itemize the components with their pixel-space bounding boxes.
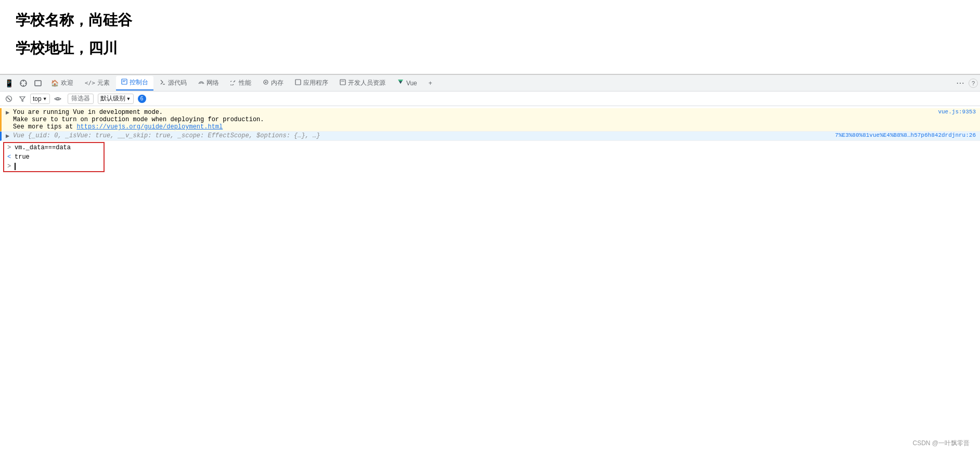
svg-line-19 (7, 97, 10, 100)
tab-network[interactable]: 网络 (193, 76, 224, 90)
vue-object-arrow-icon[interactable]: ▶ (6, 132, 11, 140)
home-icon: 🏠 (51, 80, 59, 87)
console-vue-object-line: ▶ Vue {_uid: 0, _isVue: true, __v_skip: … (0, 132, 980, 141)
devresources-icon (340, 79, 346, 87)
help-icon[interactable]: ? (969, 79, 978, 88)
tab-welcome[interactable]: 🏠 欢迎 (46, 76, 79, 90)
warning-source-link[interactable]: vue.js:9353 (938, 109, 976, 115)
tab-elements[interactable]: </> 元素 (80, 76, 115, 90)
devtools-panel: 📱 🏠 欢迎 </> 元素 (0, 74, 980, 175)
application-icon (295, 79, 301, 87)
level-label: 默认级别 (100, 94, 125, 103)
memory-icon (263, 79, 269, 87)
console-warning-message: ▶ You are running Vue in development mod… (0, 108, 980, 132)
responsive-icon[interactable] (31, 76, 45, 90)
console-icon (121, 79, 127, 86)
level-dropdown-icon: ▼ (126, 96, 131, 101)
warning-arrow-icon[interactable]: ▶ (6, 109, 11, 117)
result-true-text: true (15, 153, 100, 161)
vue-object-source-link[interactable]: 7%E3%80%81vue%E4%B8%8…h57p6h842drdjnru:2… (835, 132, 976, 138)
svg-marker-17 (399, 81, 402, 84)
vm-data-text: vm._data===data (15, 144, 100, 151)
tab-devresources[interactable]: 开发人员资源 (334, 76, 391, 90)
device-toggle-icon[interactable]: 📱 (2, 76, 16, 90)
console-true-line: < true (4, 152, 104, 162)
devtools-tab-bar: 📱 🏠 欢迎 </> 元素 (0, 75, 980, 92)
red-box-container: > vm._data===data < true > (3, 142, 105, 172)
tab-console[interactable]: 控制台 (116, 76, 153, 90)
elements-icon: </> (85, 80, 95, 86)
more-options-icon[interactable]: ⋯ (953, 78, 968, 88)
console-input-active[interactable]: > (4, 162, 104, 171)
context-label: top (33, 95, 42, 102)
tab-performance[interactable]: 性能 (225, 76, 256, 90)
page-title-2: 学校地址，四川 (16, 38, 964, 58)
vm-arrow-icon[interactable]: > (7, 144, 12, 151)
tab-add[interactable]: + (423, 76, 437, 90)
filter-toggle-button[interactable] (17, 93, 28, 105)
sources-icon (160, 79, 166, 87)
svg-rect-14 (340, 80, 345, 85)
svg-rect-5 (35, 81, 41, 86)
message-count-badge: 6 (138, 95, 146, 103)
vue-object-text: Vue {_uid: 0, _isVue: true, __v_skip: tr… (13, 132, 835, 139)
svg-line-10 (234, 81, 235, 82)
context-dropdown-icon: ▼ (43, 96, 47, 101)
log-level-selector[interactable]: 默认级别 ▼ (98, 94, 134, 104)
vue-deploy-link[interactable]: https://vuejs.org/guide/deployment.html (76, 123, 223, 131)
vue-icon (397, 79, 404, 87)
eye-icon[interactable] (52, 93, 63, 105)
page-content: 学校名称，尚硅谷 学校地址，四川 (0, 0, 980, 74)
svg-point-20 (57, 98, 59, 100)
tab-sources[interactable]: 源代码 (154, 76, 192, 90)
network-icon (198, 79, 204, 87)
page-title-1: 学校名称，尚硅谷 (16, 10, 964, 30)
inspect-icon[interactable] (17, 76, 30, 90)
context-selector[interactable]: top ▼ (30, 94, 50, 104)
console-vm-data-line: > vm._data===data (4, 143, 104, 152)
performance-icon (230, 79, 237, 87)
svg-point-12 (265, 82, 266, 83)
tab-memory[interactable]: 内存 (257, 76, 289, 90)
console-output: ▶ You are running Vue in development mod… (0, 106, 980, 175)
input-prompt-icon: > (7, 163, 12, 170)
filter-input[interactable]: 筛选器 (68, 94, 94, 104)
tab-vue[interactable]: Vue (392, 76, 422, 90)
console-toolbar: top ▼ 筛选器 默认级别 ▼ 6 (0, 92, 980, 106)
result-arrow-icon[interactable]: < (7, 153, 12, 161)
tab-application[interactable]: 应用程序 (290, 76, 333, 90)
clear-console-button[interactable] (3, 93, 15, 105)
cursor (15, 163, 19, 170)
warning-text: You are running Vue in development mode.… (13, 109, 938, 131)
svg-rect-13 (295, 80, 301, 85)
